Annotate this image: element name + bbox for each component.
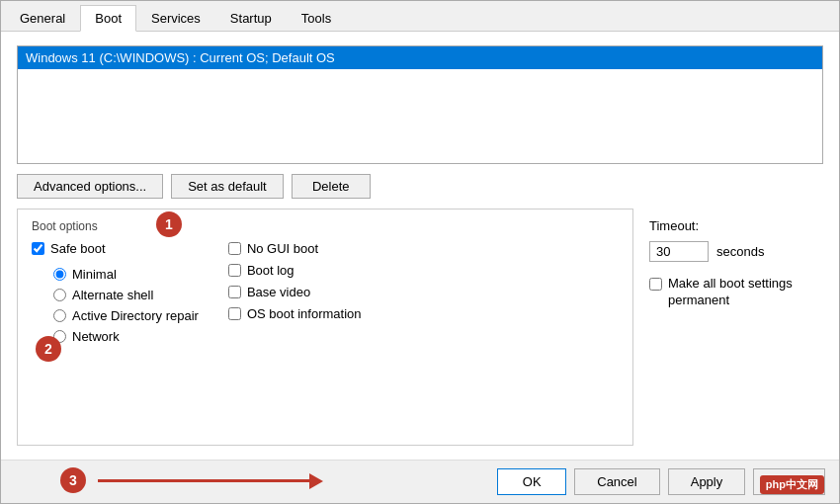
base-video-label: Base video [247,285,310,299]
ad-repair-label: Active Directory repair [72,308,199,323]
annotation-badge-2: 2 [36,336,61,362]
alternate-shell-label: Alternate shell [72,288,153,302]
make-permanent-label: Make all boot settings permanent [668,276,807,309]
boot-log-checkbox[interactable] [228,264,241,277]
boot-log-row: Boot log [228,263,362,278]
annotation-badge-1: 1 [156,211,182,237]
tab-boot[interactable]: Boot [80,5,136,32]
action-buttons: Advanced options... Set as default Delet… [17,174,823,199]
help-button[interactable]: Help php中文网 [753,468,825,495]
os-boot-info-label: OS boot information [247,306,362,321]
alternate-shell-row: Alternate shell [53,288,199,302]
boot-options-label: Boot options [32,219,619,233]
tab-general[interactable]: General [5,5,80,31]
cancel-button[interactable]: Cancel [574,468,659,495]
make-permanent-checkbox[interactable] [649,278,662,291]
php-badge: php中文网 [760,475,824,494]
options-columns: Safe boot 2 Minimal A [32,241,619,344]
apply-button[interactable]: Apply [668,468,746,495]
base-video-row: Base video [228,285,362,299]
no-gui-boot-label: No GUI boot [247,241,318,256]
options-area: Boot options 1 Safe boot [17,209,823,446]
safe-boot-row: Safe boot [32,241,199,256]
sub-options: 2 Minimal Alternate shell [53,267,199,344]
tab-tools[interactable]: Tools [287,5,346,31]
boot-options-box: Boot options 1 Safe boot [17,209,633,446]
os-boot-info-row: OS boot information [228,306,362,321]
ok-button[interactable]: OK [497,468,566,495]
network-row: Network [53,329,199,344]
alternate-shell-radio[interactable] [53,289,66,301]
os-boot-info-checkbox[interactable] [228,307,241,320]
timeout-input[interactable] [649,241,709,262]
minimal-row: Minimal [53,267,199,282]
ad-repair-row: Active Directory repair [53,308,199,323]
boot-log-label: Boot log [247,263,294,278]
ad-repair-radio[interactable] [53,309,66,322]
safe-boot-label: Safe boot [50,241,106,256]
left-column: Safe boot 2 Minimal A [32,241,199,344]
make-permanent-row: Make all boot settings permanent [649,276,807,309]
network-label: Network [72,329,120,344]
advanced-options-button[interactable]: Advanced options... [17,174,163,199]
no-gui-boot-checkbox[interactable] [228,242,241,255]
footer: 3 OK Cancel Apply Help php中文网 [1,460,839,503]
tab-bar: General Boot Services Startup Tools [1,1,839,32]
annotation-badge-3: 3 [60,467,86,493]
right-column: No GUI boot Boot log Base video OS [228,241,362,344]
timeout-row: seconds [649,241,764,262]
minimal-label: Minimal [72,267,117,282]
annotation-arrow-3: 3 [60,467,315,493]
tab-services[interactable]: Services [136,5,215,31]
base-video-checkbox[interactable] [228,286,241,298]
boot-list[interactable]: Windows 11 (C:\WINDOWS) : Current OS; De… [17,45,823,164]
boot-list-item[interactable]: Windows 11 (C:\WINDOWS) : Current OS; De… [18,46,822,69]
safe-boot-checkbox[interactable] [32,242,44,255]
minimal-radio[interactable] [53,268,66,281]
tab-startup[interactable]: Startup [215,5,287,31]
timeout-label: Timeout: [649,218,699,233]
set-default-button[interactable]: Set as default [171,174,284,199]
no-gui-boot-row: No GUI boot [228,241,362,256]
arrow-line [98,479,315,482]
boot-tab-content: Windows 11 (C:\WINDOWS) : Current OS; De… [1,32,839,460]
system-config-window: General Boot Services Startup Tools Wind… [0,0,840,504]
timeout-box: Timeout: seconds Make all boot settings … [633,209,823,446]
delete-button[interactable]: Delete [292,174,371,199]
timeout-unit: seconds [716,244,764,259]
